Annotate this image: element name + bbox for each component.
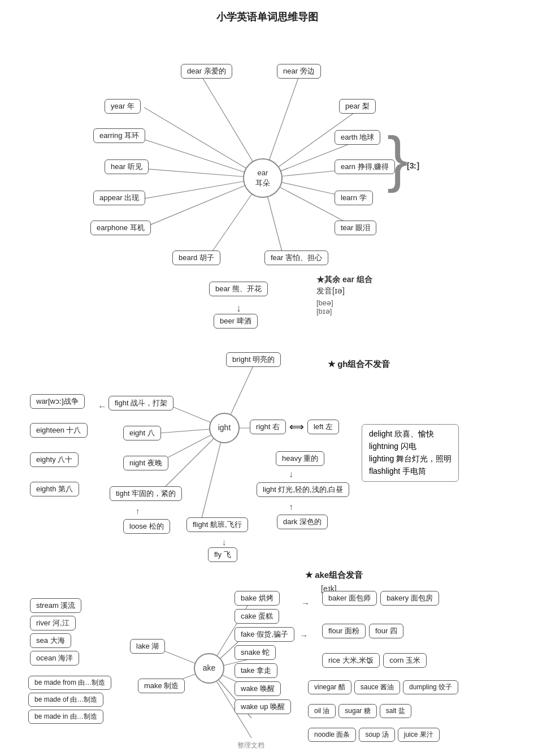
ear-note: ★其余 ear 组合 发音[ɪə] [beə] [bɪə] (316, 275, 372, 316)
word-earth: earth 地球 (335, 130, 380, 145)
word-eight: eight 八 (123, 426, 161, 440)
word-make: make 制造 (138, 679, 185, 693)
flour-row: flour 面粉 four 四 (322, 624, 403, 638)
food-row: noodle 面条 soup 汤 juice 果汁 (308, 728, 440, 742)
word-eighth: eighth 第八 (30, 482, 79, 496)
arrow-light-dark: ↑ (289, 502, 293, 512)
arrow-bear-beer: ↓ (236, 303, 241, 314)
right-left-row: right 右 ⟺ left 左 (250, 420, 339, 434)
arrow-fight-war: ← (98, 401, 107, 412)
arrow-tight-loose: ↑ (136, 506, 140, 516)
word-beer: beer 啤酒 (214, 314, 258, 329)
word-year: year 年 (105, 99, 141, 114)
bracket-label: [3ː] (407, 161, 419, 170)
word-eighty: eighty 八十 (30, 452, 79, 467)
made-group: be made from 由…制造 be made of 由…制造 be mad… (28, 676, 111, 724)
word-earn: earn 挣得,赚得 (335, 159, 395, 174)
word-fly: fly 飞 (208, 547, 237, 562)
word-fight: fight 战斗，打架 (108, 396, 173, 411)
word-tight: tight 牢固的，紧的 (110, 486, 182, 501)
word-night: night 夜晚 (123, 456, 168, 470)
word-learn: learn 学 (335, 191, 373, 205)
word-war: war[wɔː]战争 (30, 394, 85, 409)
word-dark: dark 深色的 (277, 515, 328, 529)
seasoning-row: oil 油 sugar 糖 salt 盐 (308, 704, 411, 718)
word-pear: pear 梨 (339, 99, 376, 114)
ear-center: ear 耳朵 (243, 158, 283, 198)
rice-corn-row: rice 大米,米饭 corn 玉米 (322, 653, 427, 668)
arrow-flight-fly: ↓ (222, 537, 227, 547)
ake-center: ake (194, 653, 224, 684)
word-hear: hear 听见 (105, 159, 149, 174)
word-near: near 旁边 (277, 64, 321, 79)
ake-note: ★ ake组合发音 (305, 570, 363, 581)
word-fear: fear 害怕、担心 (264, 250, 328, 265)
word-flight: flight 航班,飞行 (186, 517, 248, 532)
arrow-cake-flour: → (299, 630, 308, 640)
word-earring: earring 耳环 (93, 128, 145, 143)
word-beard: beard 胡子 (172, 250, 220, 265)
word-tear: tear 眼泪 (335, 221, 376, 235)
word-light: light 灯光,轻的,浅的,白昼 (257, 482, 349, 497)
condiment-row: vinegar 醋 sauce 酱油 dumpling 饺子 (308, 680, 458, 694)
curly-brace: } (387, 127, 408, 189)
gh-note: ★ gh组合不发音 (328, 359, 390, 370)
ight-center: ight (209, 413, 240, 443)
ake-words-col: bake 烘烤 cake 蛋糕 fake 假货,骗子 snake 蛇 take … (235, 591, 294, 714)
word-eighteen: eighteen 十八 (30, 423, 88, 438)
word-appear: appear 出现 (93, 191, 145, 205)
word-bear: bear 熊、开花 (209, 282, 268, 296)
footer: 整理文档 (237, 741, 264, 750)
word-lake: lake 湖 (130, 639, 165, 654)
baker-row: baker 面包师 bakery 面包房 (322, 591, 439, 606)
delight-group: delight 欣喜、愉快 lightning 闪电 lighting 舞台灯光… (362, 424, 459, 482)
word-earphone: earphone 耳机 (90, 221, 151, 235)
water-group: stream 溪流 river 河,江 sea 大海 ocean 海洋 (30, 598, 81, 666)
word-loose: loose 松的 (123, 519, 170, 534)
word-dear: dear 亲爱的 (181, 64, 232, 79)
arrow-heavy-light: ↓ (289, 469, 293, 479)
arrow-bake-baker: → (301, 598, 310, 608)
word-bright: bright 明亮的 (226, 352, 281, 367)
word-heavy: heavy 重的 (276, 451, 324, 466)
page-title: 小学英语单词思维导图 (0, 0, 534, 29)
